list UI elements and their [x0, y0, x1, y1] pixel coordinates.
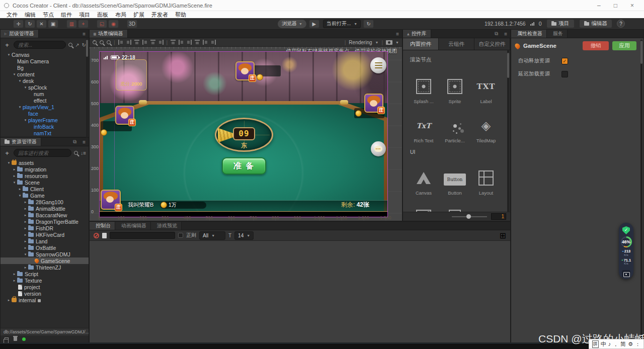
tree-node[interactable]: ThirteenZJ [1, 264, 89, 271]
expand-arrow-icon[interactable] [23, 207, 28, 211]
widget-item[interactable]: Sprite [439, 68, 470, 105]
game-viewport[interactable]: 22:18 底分:2000 庄 庄 [99, 51, 388, 217]
inspector-scrollbar[interactable] [640, 40, 642, 341]
menu-item[interactable]: 面板 [94, 11, 112, 18]
widget-item[interactable]: ◈ TiledMap [470, 108, 502, 144]
ime-item[interactable]: 拼 [592, 340, 599, 348]
tree-node[interactable]: Scene [1, 179, 89, 186]
camera-view-icon[interactable] [386, 40, 392, 45]
log-file-icon[interactable] [102, 233, 107, 238]
zoom-out-icon[interactable]: - [100, 40, 104, 44]
tree-node[interactable]: namTxt [1, 130, 89, 136]
maximize-button[interactable]: □ [614, 1, 617, 11]
log-level-dropdown[interactable]: All▼ [199, 231, 225, 240]
assets-search-input[interactable] [14, 149, 71, 157]
expand-arrow-icon[interactable] [17, 194, 23, 198]
expand-arrow-icon[interactable] [23, 85, 28, 90]
widget-category-tab[interactable]: 云组件 [439, 38, 474, 50]
tree-node[interactable]: effect [1, 97, 89, 104]
tree-node[interactable]: resources [1, 172, 89, 179]
menu-item[interactable]: 节点 [39, 11, 57, 18]
tree-node[interactable]: HKFiveCard [1, 231, 89, 238]
expand-arrow-icon[interactable] [23, 226, 28, 230]
refresh-icon[interactable]: ↻ [82, 42, 86, 48]
pivot-button[interactable]: ◉ [108, 20, 119, 28]
zoom-in-icon[interactable]: + [93, 40, 97, 44]
tree-node[interactable]: Client [1, 186, 89, 192]
game-menu-button[interactable] [370, 57, 386, 73]
player-avatar-left[interactable]: 庄 [115, 106, 134, 125]
current-open-dropdown[interactable]: 当前打开...▼ [323, 20, 361, 28]
property-checkbox[interactable]: ✓ [561, 58, 568, 64]
menu-item[interactable]: 编辑 [21, 11, 39, 18]
regex-checkbox[interactable] [178, 233, 183, 238]
chat-button[interactable]: ••• [371, 141, 386, 156]
expand-arrow-icon[interactable] [12, 279, 17, 283]
ime-bar[interactable]: 拼中♪，简⚙： [589, 339, 644, 349]
tree-node[interactable]: Land [1, 238, 89, 244]
ime-item[interactable]: 简 [620, 340, 626, 348]
tree-node[interactable]: SparrowGDMJ [1, 251, 89, 257]
tree-node[interactable]: Texture [1, 277, 89, 284]
hierarchy-scrollbar[interactable] [86, 39, 88, 137]
console-log-area[interactable] [90, 241, 510, 342]
tree-node[interactable]: internal [1, 297, 89, 303]
distribute-right-icon[interactable] [195, 40, 200, 45]
align-vcenter-icon[interactable] [150, 40, 155, 45]
tree-node[interactable]: content [1, 71, 89, 77]
tree-node[interactable]: GameScene [1, 257, 89, 264]
expand-arrow-icon[interactable] [23, 252, 28, 256]
player-avatar-right[interactable]: 庄 [364, 94, 383, 113]
expand-arrow-icon[interactable] [12, 272, 17, 276]
menu-item[interactable]: 扩展 [130, 11, 148, 18]
widget-zoom-slider[interactable] [452, 216, 487, 217]
preview-target-dropdown[interactable]: 浏览器▼ [278, 20, 306, 28]
expand-arrow-icon[interactable] [23, 213, 28, 217]
tree-node[interactable]: OxBattle [1, 244, 89, 251]
gizmo-position-button[interactable]: ▥ [66, 20, 77, 28]
align-right-icon[interactable] [126, 40, 131, 45]
tree-node[interactable]: Script [1, 271, 89, 277]
tree-node[interactable]: DragonTigerBattle [1, 218, 89, 225]
hierarchy-search-input[interactable] [14, 41, 66, 49]
distribute-v-icon[interactable] [179, 40, 184, 45]
widget-zoom-value[interactable]: 1 [491, 213, 506, 220]
tree-node[interactable]: spClock [1, 84, 89, 91]
ime-item[interactable]: ♪ [608, 341, 611, 347]
tree-node[interactable]: Main Camera [1, 58, 89, 64]
anchor-button[interactable]: ◱ [97, 20, 107, 28]
tab-widget-library[interactable]: ▲ 控件库 [403, 30, 431, 38]
tree-node[interactable]: playerFrame [1, 117, 89, 123]
clear-console-icon[interactable] [94, 233, 99, 238]
scale-tool-button[interactable]: ✕ [36, 20, 47, 28]
font-size-dropdown[interactable]: 14▼ [234, 231, 254, 240]
screenshot-camera-icon[interactable] [622, 270, 630, 278]
tree-node[interactable]: project [1, 284, 89, 290]
ime-item[interactable]: 中 [601, 340, 606, 348]
move-tool-button[interactable]: ✛ [13, 20, 24, 28]
slider-knob[interactable] [466, 214, 471, 219]
expand-arrow-icon[interactable] [6, 161, 12, 165]
tree-node[interactable]: Game [1, 192, 89, 199]
console-tab[interactable]: 控制台 [90, 222, 115, 230]
menu-item[interactable]: 文件 [3, 11, 21, 18]
align-hcenter-icon[interactable] [142, 40, 147, 45]
tab-hierarchy[interactable]: ⊢ 层级管理器 [1, 30, 39, 38]
align-top-icon[interactable] [134, 40, 139, 45]
widget-item[interactable]: Button Button [439, 160, 470, 196]
menu-item[interactable]: 布局 [112, 11, 130, 18]
expand-arrow-icon[interactable] [17, 105, 23, 109]
expand-arrow-icon[interactable] [17, 79, 23, 83]
console-filter-input[interactable] [110, 232, 175, 239]
expand-arrow-icon[interactable] [23, 200, 28, 204]
rendering-dropdown[interactable]: Rendering [349, 40, 372, 45]
ime-item[interactable]: ， [613, 340, 618, 348]
tree-node[interactable]: Canvas [1, 51, 89, 58]
panel-menu-icon[interactable]: ≡ [79, 139, 89, 145]
help-button[interactable]: ? [617, 20, 625, 28]
align-bottom-icon[interactable] [158, 40, 164, 45]
expand-arrow-icon[interactable] [23, 118, 28, 122]
3d-mode-button[interactable]: 3D [127, 20, 137, 28]
distribute-bottom-icon[interactable] [211, 40, 216, 45]
inspector-tab[interactable]: 属性检查器 [511, 30, 547, 38]
